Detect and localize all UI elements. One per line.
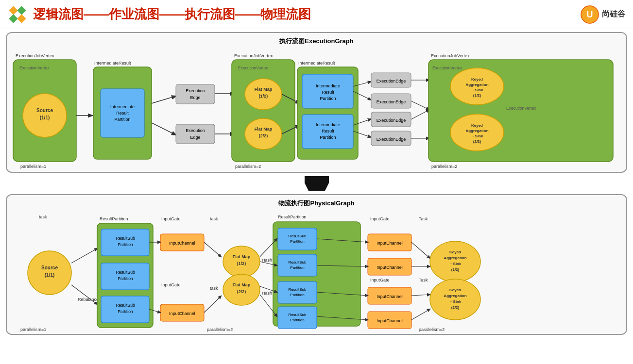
svg-text:Task: Task — [419, 278, 428, 282]
brand-name: 尚硅谷 — [602, 9, 625, 19]
svg-text:Intermediate: Intermediate — [316, 83, 340, 88]
svg-text:parallelism=1: parallelism=1 — [20, 327, 46, 332]
svg-text:task: task — [210, 286, 218, 291]
svg-text:ExecutionEdge: ExecutionEdge — [376, 137, 406, 142]
svg-text:Result: Result — [322, 129, 334, 133]
svg-text:ExecutionVertex: ExecutionVertex — [432, 66, 462, 70]
svg-text:ResultSub: ResultSub — [116, 270, 135, 275]
svg-text:InputGate: InputGate — [370, 278, 390, 282]
svg-text:Result: Result — [116, 111, 129, 116]
svg-text:Hash: Hash — [262, 258, 272, 263]
svg-text:Keyed: Keyed — [449, 250, 461, 254]
svg-text:IntermediateResult: IntermediateResult — [298, 61, 335, 66]
svg-text:task: task — [39, 215, 47, 219]
svg-text:Partition: Partition — [290, 265, 304, 270]
svg-line-169 — [411, 295, 430, 296]
svg-text:U: U — [587, 10, 593, 19]
svg-rect-3 — [17, 14, 26, 23]
svg-text:Partition: Partition — [290, 239, 304, 244]
svg-text:ExecutionEdge: ExecutionEdge — [376, 118, 406, 123]
svg-text:(1/1): (1/1) — [40, 115, 50, 120]
svg-text:Aggregation: Aggregation — [465, 83, 488, 87]
svg-text:ResultSub: ResultSub — [116, 236, 135, 241]
svg-text:ResultPartition: ResultPartition — [278, 215, 307, 219]
execution-graph-box: 执行流图ExecutionGraph ExecutionJobVertex Ex… — [6, 32, 627, 173]
svg-text:Partition: Partition — [320, 135, 336, 140]
svg-text:→Sink: →Sink — [449, 262, 462, 266]
svg-text:ExecutionJobVertex: ExecutionJobVertex — [234, 53, 273, 58]
svg-rect-0 — [9, 6, 17, 15]
svg-text:Partition: Partition — [118, 242, 133, 247]
svg-text:Flat Map: Flat Map — [233, 254, 251, 259]
svg-text:ExecutionVertex: ExecutionVertex — [238, 66, 268, 70]
svg-text:task: task — [210, 216, 218, 221]
svg-text:Keyed: Keyed — [449, 288, 461, 292]
svg-text:(2/2): (2/2) — [451, 305, 460, 310]
svg-text:parallelism=1: parallelism=1 — [20, 164, 46, 169]
svg-text:Partition: Partition — [114, 117, 130, 122]
svg-text:InputChannel: InputChannel — [169, 311, 195, 316]
svg-text:Flat Map: Flat Map — [255, 87, 273, 92]
svg-text:ExecutionVertex: ExecutionVertex — [506, 106, 536, 111]
svg-text:(1/2): (1/2) — [259, 94, 268, 99]
svg-line-66 — [411, 110, 429, 119]
svg-line-65 — [411, 101, 429, 110]
svg-text:Execution: Execution — [186, 88, 205, 93]
svg-text:InputChannel: InputChannel — [169, 241, 195, 246]
svg-text:ExecutionEdge: ExecutionEdge — [376, 79, 406, 83]
svg-text:InputGate: InputGate — [370, 216, 390, 221]
execution-graph-svg: ExecutionJobVertex ExecutionVertex Sourc… — [11, 48, 623, 176]
svg-rect-25 — [176, 124, 215, 144]
svg-text:InputGate: InputGate — [161, 216, 181, 221]
svg-text:Partition: Partition — [118, 276, 133, 281]
svg-text:→Sink: →Sink — [449, 299, 462, 304]
svg-rect-22 — [176, 84, 215, 104]
svg-text:Partition: Partition — [118, 309, 133, 314]
svg-text:Keyed: Keyed — [471, 77, 483, 82]
svg-text:ExecutionEdge: ExecutionEdge — [376, 99, 406, 104]
physical-graph-title: 物流执行图PhysicalGraph — [11, 199, 622, 208]
svg-text:(1/2): (1/2) — [473, 93, 481, 98]
page-title: 逻辑流图——作业流图——执行流图——物理流图 — [33, 6, 581, 23]
svg-text:ExecutionVertex: ExecutionVertex — [19, 66, 50, 70]
svg-line-112 — [204, 242, 221, 257]
svg-text:InputChannel: InputChannel — [376, 265, 403, 270]
svg-text:InputChannel: InputChannel — [376, 318, 403, 323]
svg-text:Aggregation: Aggregation — [444, 294, 466, 298]
svg-text:(1/2): (1/2) — [451, 267, 460, 272]
svg-text:InputChannel: InputChannel — [376, 241, 403, 246]
svg-text:ResultSub: ResultSub — [289, 234, 307, 238]
svg-text:Edge: Edge — [190, 95, 200, 100]
svg-text:ResultSub: ResultSub — [289, 260, 307, 265]
svg-text:IntermediateResult: IntermediateResult — [94, 61, 131, 66]
svg-text:Flat Map: Flat Map — [255, 127, 273, 132]
svg-line-94 — [71, 248, 97, 263]
brand-logo: U 尚硅谷 — [581, 5, 625, 24]
svg-line-21 — [152, 123, 176, 135]
physical-graph-box: 物流执行图PhysicalGraph task Source (1/1) par… — [6, 194, 627, 335]
header: 逻辑流图——作业流图——执行流图——物理流图 U 尚硅谷 — [0, 0, 633, 29]
brand-icon: U — [581, 5, 599, 24]
svg-text:Intermediate: Intermediate — [110, 104, 135, 109]
svg-text:(1/2): (1/2) — [237, 261, 246, 266]
svg-text:Hash: Hash — [262, 291, 272, 296]
svg-text:Source: Source — [36, 108, 53, 113]
svg-rect-1 — [17, 6, 26, 15]
svg-text:ResultSub: ResultSub — [116, 303, 135, 308]
down-arrow-svg — [305, 176, 329, 191]
execution-graph-title: 执行流图ExecutionGraph — [11, 37, 622, 46]
svg-text:Aggregation: Aggregation — [444, 256, 466, 260]
physical-graph-svg: task Source (1/1) parallelism=1 Rebalanc… — [11, 210, 623, 338]
svg-text:Flat Map: Flat Map — [233, 282, 251, 287]
svg-text:parallelism=2: parallelism=2 — [207, 327, 233, 332]
svg-text:ResultSub: ResultSub — [289, 287, 307, 292]
svg-text:InputChannel: InputChannel — [376, 294, 403, 299]
svg-text:Result: Result — [322, 90, 334, 95]
svg-text:(2/2): (2/2) — [473, 139, 481, 144]
svg-text:→Sink: →Sink — [471, 88, 483, 92]
svg-text:Keyed: Keyed — [471, 123, 483, 128]
svg-text:Partition: Partition — [290, 293, 304, 297]
svg-text:Aggregation: Aggregation — [465, 129, 488, 133]
svg-text:(2/2): (2/2) — [259, 133, 268, 138]
svg-text:ExecutionJobVertex: ExecutionJobVertex — [16, 53, 54, 58]
